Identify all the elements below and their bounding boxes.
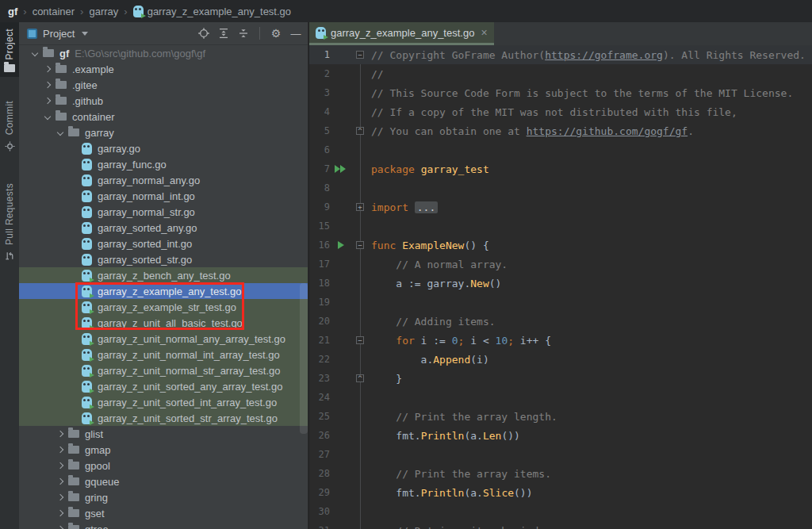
tree-row[interactable]: garray_func.go bbox=[19, 156, 308, 172]
tree-row[interactable]: gpool bbox=[19, 458, 308, 473]
sidebar-item-project[interactable]: Project bbox=[0, 22, 19, 77]
tree-row[interactable]: gqueue bbox=[19, 473, 308, 489]
fold-marker-end-icon[interactable]: ^ bbox=[356, 374, 364, 382]
fold-marker-end-icon[interactable]: ^ bbox=[356, 127, 364, 135]
code-line[interactable]: 1−// Copyright GoFrame Author(https://go… bbox=[309, 45, 812, 64]
tree-row[interactable]: gtree bbox=[19, 521, 308, 529]
editor-tab[interactable]: garray_z_example_any_test.go × bbox=[309, 22, 494, 45]
tree-row[interactable]: garray_normal_int.go bbox=[19, 188, 308, 204]
tree-row[interactable]: garray_z_unit_sorted_str_array_test.go bbox=[19, 410, 308, 426]
tree-row[interactable]: garray_z_unit_sorted_int_array_test.go bbox=[19, 394, 308, 410]
code-line[interactable]: 18 a := garray.New() bbox=[309, 274, 812, 293]
tree-row[interactable]: garray_z_example_str_test.go bbox=[19, 299, 308, 315]
tree-row[interactable]: garray_normal_str.go bbox=[19, 204, 308, 220]
breadcrumb-item[interactable]: garray_z_example_any_test.go bbox=[133, 6, 291, 17]
chevron-down-icon[interactable] bbox=[32, 50, 38, 56]
chevron-right-icon[interactable] bbox=[44, 82, 51, 88]
settings-gear-icon[interactable]: ⚙ bbox=[269, 26, 283, 40]
close-icon[interactable]: × bbox=[481, 27, 487, 38]
collapse-all-icon[interactable] bbox=[236, 26, 251, 40]
tree-row[interactable]: garray_z_unit_normal_str_array_test.go bbox=[19, 362, 308, 378]
tree-row[interactable]: garray_z_unit_all_basic_test.go bbox=[19, 315, 308, 331]
tree-row-root[interactable]: gfE:\Go\src\github.com\gogf\gf bbox=[19, 45, 308, 61]
expand-all-icon[interactable] bbox=[216, 26, 231, 40]
tree-row[interactable]: glist bbox=[19, 426, 308, 442]
code-line[interactable]: 29 fmt.Println(a.Slice()) bbox=[309, 483, 812, 502]
tree-row[interactable]: garray bbox=[19, 125, 308, 140]
tree-row[interactable]: .gitee bbox=[19, 77, 308, 93]
tree-row[interactable]: garray_z_unit_sorted_any_array_test.go bbox=[19, 378, 308, 394]
chevron-right-icon[interactable] bbox=[57, 494, 63, 500]
sidebar-item-pull-requests[interactable]: Pull Requests bbox=[0, 177, 19, 269]
hyperlink[interactable]: https://goframe.org bbox=[545, 49, 663, 61]
fold-marker-plus-icon[interactable]: + bbox=[356, 203, 364, 211]
sidebar-item-commit[interactable]: Commit bbox=[0, 94, 19, 159]
tree-row[interactable]: .example bbox=[19, 61, 308, 77]
chevron-right-icon[interactable] bbox=[57, 478, 63, 485]
code-line[interactable]: 31 // Retrieve item by index. bbox=[309, 521, 812, 529]
chevron-down-icon[interactable] bbox=[44, 113, 51, 120]
hyperlink[interactable]: https://github.com/gogf/gf bbox=[527, 125, 688, 137]
tree-row[interactable]: gring bbox=[19, 489, 308, 505]
run-all-tests-icon[interactable] bbox=[335, 164, 347, 174]
locate-icon[interactable] bbox=[197, 26, 211, 40]
code-line[interactable]: 25 // Print the array length. bbox=[309, 407, 812, 426]
tree-row[interactable]: gmap bbox=[19, 442, 308, 458]
code-line[interactable]: 16−func ExampleNew() { bbox=[309, 236, 812, 255]
run-test-icon[interactable] bbox=[338, 241, 344, 249]
tree-row[interactable]: .github bbox=[19, 93, 308, 109]
code-line[interactable]: 7package garray_test bbox=[309, 159, 812, 178]
breadcrumb-item[interactable]: gf bbox=[8, 6, 17, 17]
tree-row[interactable]: garray_z_unit_normal_int_array_test.go bbox=[19, 347, 308, 362]
breadcrumb-item[interactable]: container bbox=[33, 6, 75, 17]
breadcrumb-item[interactable]: garray bbox=[89, 6, 118, 17]
chevron-right-icon[interactable] bbox=[57, 510, 63, 516]
tree-row[interactable]: garray.go bbox=[19, 140, 308, 156]
code-editor[interactable]: 1−// Copyright GoFrame Author(https://go… bbox=[309, 45, 812, 529]
tree-row[interactable]: garray_normal_any.go bbox=[19, 172, 308, 188]
code-line[interactable]: 26 fmt.Println(a.Len()) bbox=[309, 426, 812, 445]
tree-row[interactable]: garray_sorted_any.go bbox=[19, 220, 308, 236]
chevron-right-icon[interactable] bbox=[44, 66, 51, 72]
fold-marker-minus-icon[interactable]: − bbox=[356, 51, 364, 59]
chevron-right-icon[interactable] bbox=[57, 447, 63, 453]
code-line[interactable]: 22 a.Append(i) bbox=[309, 350, 812, 369]
tree-row[interactable]: garray_z_unit_normal_any_array_test.go bbox=[19, 331, 308, 347]
chevron-right-icon[interactable] bbox=[57, 431, 63, 437]
code-line[interactable]: 17 // A normal array. bbox=[309, 255, 812, 274]
tree-row[interactable]: gset bbox=[19, 505, 308, 521]
code-line[interactable]: 30 bbox=[309, 502, 812, 521]
fold-marker-minus-icon[interactable]: − bbox=[356, 336, 364, 344]
code-line[interactable]: 23^ } bbox=[309, 369, 812, 388]
tree-row[interactable]: garray_z_example_any_test.go bbox=[19, 283, 308, 299]
chevron-right-icon[interactable] bbox=[57, 462, 63, 469]
code-line[interactable]: 27 bbox=[309, 445, 812, 464]
code-line[interactable]: 21− for i := 0; i < 10; i++ { bbox=[309, 331, 812, 350]
code-line[interactable]: 5^// You can obtain one at https://githu… bbox=[309, 121, 812, 140]
code-line[interactable]: 28 // Print the array items. bbox=[309, 464, 812, 483]
tree-scrollbar[interactable] bbox=[300, 283, 308, 434]
tree-row[interactable]: container bbox=[19, 109, 308, 125]
code-line-text: // Print the array length. bbox=[367, 411, 557, 423]
code-line[interactable]: 24 bbox=[309, 388, 812, 407]
code-line[interactable]: 15 bbox=[309, 217, 812, 236]
code-line[interactable]: 4// If a copy of the MIT was not distrib… bbox=[309, 102, 812, 121]
chevron-down-icon[interactable] bbox=[57, 129, 63, 136]
fold-marker-minus-icon[interactable]: − bbox=[356, 241, 364, 249]
project-panel: Project ⚙ — gfE:\Go\src\github.com\gogf\… bbox=[19, 22, 308, 529]
code-line[interactable]: 9+import ... bbox=[309, 197, 812, 217]
code-line[interactable]: 3// This Source Code Form is subject to … bbox=[309, 83, 812, 102]
line-number: 21 bbox=[309, 335, 330, 346]
hide-panel-icon[interactable]: — bbox=[289, 26, 303, 40]
chevron-down-icon[interactable] bbox=[82, 32, 88, 36]
code-line[interactable]: 2// bbox=[309, 64, 812, 83]
chevron-right-icon[interactable] bbox=[57, 526, 63, 529]
tree-row[interactable]: garray_sorted_str.go bbox=[19, 251, 308, 267]
chevron-right-icon[interactable] bbox=[44, 98, 51, 104]
code-line[interactable]: 6 bbox=[309, 140, 812, 159]
code-line[interactable]: 8 bbox=[309, 178, 812, 197]
tree-row[interactable]: garray_sorted_int.go bbox=[19, 236, 308, 251]
code-line[interactable]: 20 // Adding items. bbox=[309, 312, 812, 331]
tree-row[interactable]: garray_z_bench_any_test.go bbox=[19, 267, 308, 283]
code-line[interactable]: 19 bbox=[309, 293, 812, 312]
